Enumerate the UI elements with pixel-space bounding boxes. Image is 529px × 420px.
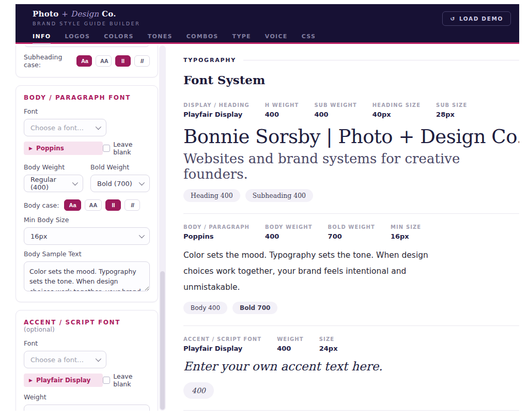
body-sample-textarea[interactable]: Color sets the mood. Typography sets the… bbox=[24, 261, 150, 291]
accent-font-chip[interactable]: ▶ Playfair Display bbox=[24, 374, 103, 387]
brand: Photo + Design Co. BRAND STYLE GUIDE BUI… bbox=[33, 9, 141, 26]
load-demo-button[interactable]: ↺ LOAD DEMO bbox=[442, 11, 511, 26]
chevron-down-icon bbox=[96, 124, 101, 130]
tab-combos[interactable]: COMBOS bbox=[186, 33, 219, 44]
accent-font-label: Font bbox=[24, 339, 150, 347]
subheading-case-mixed-button[interactable]: Aa bbox=[76, 55, 92, 67]
meta-label: HEADING SIZE bbox=[372, 102, 421, 108]
tab-voice[interactable]: VOICE bbox=[265, 33, 288, 44]
body-font-chip[interactable]: ▶ Poppins bbox=[24, 142, 103, 155]
subheading-sample: Websites and brand systems for creative … bbox=[183, 151, 519, 182]
body-weight-select[interactable]: Regular (400) bbox=[24, 175, 83, 192]
meta-value: 400 bbox=[265, 111, 299, 118]
meta-label: WEIGHT bbox=[277, 336, 304, 342]
meta-label: ACCENT / SCRIPT FONT bbox=[183, 336, 261, 342]
tab-css[interactable]: CSS bbox=[302, 33, 316, 44]
body-font-chip-label: Poppins bbox=[36, 145, 64, 152]
meta-value: 400 bbox=[277, 345, 304, 352]
tab-type[interactable]: TYPE bbox=[232, 33, 251, 44]
accent-weight-value: 400 — Regular bbox=[30, 410, 80, 411]
brand-plus: + bbox=[61, 9, 71, 19]
min-body-size-label: Min Body Size bbox=[24, 216, 150, 224]
tab-colors[interactable]: COLORS bbox=[104, 33, 134, 44]
checkbox-icon[interactable] bbox=[103, 145, 110, 152]
load-demo-label: LOAD DEMO bbox=[459, 15, 503, 22]
bold-weight-select[interactable]: Bold (700) bbox=[90, 175, 150, 192]
brand-subtitle: BRAND STYLE GUIDE BUILDER bbox=[33, 21, 141, 26]
subheading-font-panel: Subheading case: Aa AA Il Il bbox=[15, 45, 158, 77]
accent-weight-label: Weight bbox=[24, 393, 150, 401]
body-style-italic-button[interactable]: Il bbox=[125, 199, 140, 211]
accent-panel-title-text: ACCENT / SCRIPT FONT bbox=[24, 319, 120, 326]
meta-label: DISPLAY / HEADING bbox=[183, 102, 250, 108]
meta-value: 40px bbox=[372, 111, 421, 118]
page-title: Font System bbox=[183, 73, 519, 87]
accent-weight-select[interactable]: 400 — Regular bbox=[24, 405, 150, 411]
body-leave-blank-label: Leave blank bbox=[113, 141, 150, 156]
body-sample: Color sets the mood. Typography sets the… bbox=[183, 247, 431, 295]
accent-font-placeholder: Choose a font… bbox=[30, 356, 84, 364]
heading-weight-pill: Heading 400 bbox=[183, 189, 240, 202]
body-case-mixed-button[interactable]: Aa bbox=[64, 199, 81, 211]
body-weight-pill: Body 400 bbox=[183, 302, 227, 314]
body-style-regular-button[interactable]: Il bbox=[105, 199, 121, 211]
body-meta-row: BODY / PARAGRAPHPoppins BODY WEIGHT400 B… bbox=[183, 224, 519, 240]
meta-label: SIZE bbox=[319, 336, 338, 342]
body-panel-title: BODY / PARAGRAPH FONT bbox=[24, 94, 150, 101]
meta-value: 400 bbox=[314, 111, 356, 118]
heading-meta-row: DISPLAY / HEADINGPlayfair Display H WEIG… bbox=[183, 102, 519, 118]
divider bbox=[183, 410, 519, 411]
subheading-sample-textarea[interactable] bbox=[24, 45, 150, 47]
divider bbox=[183, 325, 519, 326]
body-font-select[interactable]: Choose a font… bbox=[24, 119, 106, 136]
heading-sample: Bonnie Sorsby | Photo + Design Co. bbox=[183, 126, 519, 148]
subheading-case-upper-button[interactable]: AA bbox=[96, 55, 112, 67]
checkbox-icon[interactable] bbox=[103, 377, 110, 384]
typography-preview: TYPOGRAPHY Font System DISPLAY / HEADING… bbox=[166, 45, 519, 411]
body-case-label: Body case: bbox=[24, 201, 59, 209]
play-icon: ▶ bbox=[29, 378, 33, 383]
accent-panel-title: ACCENT / SCRIPT FONT (optional) bbox=[24, 319, 150, 333]
subheading-case-label: Subheading case: bbox=[24, 53, 71, 69]
meta-value: 700 bbox=[328, 232, 375, 240]
meta-value: Playfair Display bbox=[183, 111, 250, 118]
accent-leave-blank[interactable]: Leave blank bbox=[103, 372, 150, 388]
brand-name: Photo + Design Co. bbox=[33, 9, 141, 19]
meta-value: 28px bbox=[436, 111, 467, 118]
tab-info[interactable]: INFO bbox=[33, 33, 51, 44]
accent-font-panel: ACCENT / SCRIPT FONT (optional) Font Cho… bbox=[15, 310, 158, 411]
play-icon: ▶ bbox=[29, 146, 33, 151]
min-body-size-value: 16px bbox=[30, 232, 48, 240]
meta-value: 16px bbox=[391, 232, 421, 240]
meta-value: Playfair Display bbox=[183, 345, 261, 352]
accent-font-select[interactable]: Choose a font… bbox=[24, 351, 106, 368]
bold-weight-value: Bold (700) bbox=[97, 180, 132, 188]
chevron-down-icon bbox=[139, 232, 145, 238]
min-body-size-select[interactable]: 16px bbox=[24, 227, 150, 245]
brand-co: Co. bbox=[99, 9, 116, 19]
sidebar-scrollbar-thumb[interactable] bbox=[160, 271, 165, 410]
meta-label: BODY / PARAGRAPH bbox=[183, 224, 250, 230]
tab-logos[interactable]: LOGOS bbox=[65, 33, 90, 44]
body-case-upper-button[interactable]: AA bbox=[85, 199, 102, 211]
tab-tones[interactable]: TONES bbox=[148, 33, 173, 44]
brand-design: Design bbox=[71, 9, 99, 19]
subheading-weight-pill: Subheading 400 bbox=[245, 189, 313, 202]
divider bbox=[183, 213, 519, 214]
subheading-style-regular-button[interactable]: Il bbox=[115, 55, 131, 67]
body-font-panel: BODY / PARAGRAPH FONT Font Choose a font… bbox=[15, 85, 158, 302]
section-label: TYPOGRAPHY bbox=[183, 57, 236, 64]
body-leave-blank[interactable]: Leave blank bbox=[103, 141, 150, 156]
accent-sample: Enter your own accent text here. bbox=[183, 360, 519, 373]
section-divider-line bbox=[243, 60, 519, 60]
chevron-down-icon bbox=[72, 180, 78, 185]
chevron-down-icon bbox=[96, 356, 101, 362]
main-nav: INFO LOGOS COLORS TONES COMBOS TYPE VOIC… bbox=[33, 33, 511, 44]
meta-label: BOLD WEIGHT bbox=[328, 224, 375, 230]
accent-leave-blank-label: Leave blank bbox=[113, 372, 150, 388]
meta-value: 400 bbox=[265, 232, 313, 240]
sidebar-scrollbar[interactable] bbox=[159, 45, 166, 411]
body-font-placeholder: Choose a font… bbox=[30, 124, 84, 132]
accent-panel-optional: (optional) bbox=[24, 326, 55, 333]
subheading-style-italic-button[interactable]: Il bbox=[134, 55, 150, 67]
